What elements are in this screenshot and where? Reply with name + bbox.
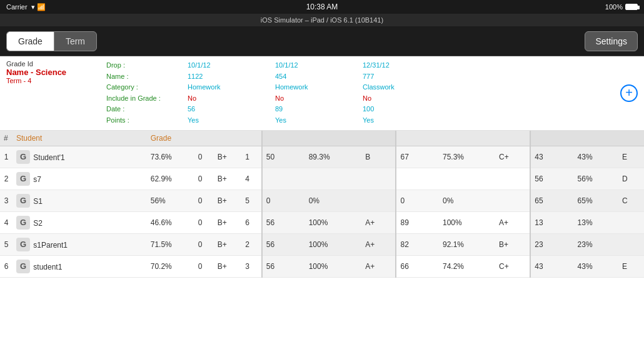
table-row[interactable]: 5 G s1Parent1 71.5% 0 B+ 2 56 100% A+ 82… bbox=[0, 233, 644, 255]
col-header-grade: Grade bbox=[147, 131, 262, 146]
cell-a3-grade: C bbox=[618, 190, 644, 211]
cell-a3-grade: D bbox=[618, 168, 644, 190]
col3-dateval: 100 bbox=[363, 104, 450, 115]
drop-section: Drop : Name : Category : Include in Grad… bbox=[106, 60, 188, 126]
cell-overall-score: 0 bbox=[194, 168, 214, 190]
cell-a2-score bbox=[396, 168, 439, 190]
tab-grade[interactable]: Grade bbox=[6, 31, 54, 51]
col1-name: 1122 bbox=[188, 71, 275, 83]
cell-overall-grade: B+ bbox=[214, 233, 242, 255]
drop-label: Drop : bbox=[106, 61, 125, 69]
cell-a3-pct: 13% bbox=[574, 211, 618, 233]
name-label: Name : bbox=[106, 73, 128, 80]
cell-a2-score: 66 bbox=[396, 255, 439, 277]
cell-a2-grade bbox=[495, 190, 530, 211]
col1-include: No bbox=[188, 93, 275, 104]
cell-overall-pct: 62.9% bbox=[147, 168, 194, 190]
cell-a1-pct: 100% bbox=[305, 211, 362, 233]
cell-a2-score: 89 bbox=[396, 211, 439, 233]
cell-overall-rank: 1 bbox=[241, 146, 262, 168]
table-row[interactable]: 1 G Student'1 73.6% 0 B+ 1 50 89.3% B 67… bbox=[0, 146, 644, 168]
cell-num: 6 bbox=[0, 255, 13, 277]
col2-date: 10/1/12 bbox=[275, 60, 363, 71]
student-name: s7 bbox=[33, 175, 41, 183]
col3-points: Yes bbox=[363, 115, 450, 126]
cell-a2-pct: 92.1% bbox=[439, 233, 495, 255]
cell-a3-score: 13 bbox=[530, 211, 573, 233]
col1-dateval: 56 bbox=[188, 104, 275, 115]
time-display: 10:38 AM bbox=[306, 3, 338, 11]
col3-category: Classwork bbox=[363, 82, 450, 93]
student-icon: G bbox=[16, 150, 30, 164]
col-header-student: Student bbox=[13, 131, 147, 146]
cell-a1-pct bbox=[305, 168, 362, 190]
col1-points: Yes bbox=[188, 115, 275, 126]
settings-button[interactable]: Settings bbox=[585, 31, 638, 51]
grade-id-label: Grade Id bbox=[6, 60, 106, 68]
grade-id-section: Grade Id Name - Science Term - 4 bbox=[6, 60, 106, 126]
cell-a2-pct bbox=[439, 168, 495, 190]
cell-a2-grade: C+ bbox=[495, 146, 530, 168]
category-label: Category : bbox=[106, 83, 138, 91]
cell-overall-grade: B+ bbox=[214, 168, 242, 190]
cell-overall-rank: 2 bbox=[241, 233, 262, 255]
cell-num: 4 bbox=[0, 211, 13, 233]
grade-term: Term - 4 bbox=[6, 77, 106, 84]
student-icon: G bbox=[16, 260, 30, 273]
cell-num: 2 bbox=[0, 168, 13, 190]
cell-overall-grade: B+ bbox=[214, 146, 242, 168]
cell-a3-score: 56 bbox=[530, 168, 573, 190]
student-icon: G bbox=[16, 194, 30, 208]
col-header-a1 bbox=[262, 131, 396, 146]
cell-overall-pct: 73.6% bbox=[147, 146, 194, 168]
cell-num: 1 bbox=[0, 146, 13, 168]
cell-a3-score: 43 bbox=[530, 146, 573, 168]
cell-overall-score: 0 bbox=[194, 146, 214, 168]
tab-term[interactable]: Term bbox=[54, 31, 97, 51]
col3-name: 777 bbox=[363, 71, 450, 83]
battery-icon bbox=[625, 4, 638, 10]
cell-a1-pct: 89.3% bbox=[305, 146, 362, 168]
cell-overall-pct: 70.2% bbox=[147, 255, 194, 277]
cell-a3-pct: 43% bbox=[574, 146, 618, 168]
student-icon: G bbox=[16, 216, 30, 230]
grade-name: Name - Science bbox=[6, 68, 106, 77]
student-icon: G bbox=[16, 172, 30, 186]
cell-a3-grade bbox=[618, 211, 644, 233]
cell-num: 3 bbox=[0, 190, 13, 211]
cell-a3-score: 43 bbox=[530, 255, 573, 277]
cell-a1-grade: A+ bbox=[361, 211, 396, 233]
include-label: Include in Grade : bbox=[106, 94, 161, 102]
table-row[interactable]: 4 G S2 46.6% 0 B+ 6 56 100% A+ 89 100% A… bbox=[0, 211, 644, 233]
add-assignment-button[interactable]: + bbox=[620, 84, 638, 102]
cell-student: G S1 bbox=[13, 190, 147, 211]
cell-overall-pct: 56% bbox=[147, 190, 194, 211]
cell-overall-grade: B+ bbox=[214, 211, 242, 233]
cell-a2-score: 82 bbox=[396, 233, 439, 255]
table-row[interactable]: 6 G student1 70.2% 0 B+ 3 56 100% A+ 66 … bbox=[0, 255, 644, 277]
col-header-a2 bbox=[396, 131, 530, 146]
cell-a1-grade: A+ bbox=[361, 233, 396, 255]
cell-overall-rank: 4 bbox=[241, 168, 262, 190]
cell-overall-pct: 46.6% bbox=[147, 211, 194, 233]
student-name: S2 bbox=[33, 218, 43, 227]
table-header-row: # Student Grade bbox=[0, 131, 644, 146]
col3-include: No bbox=[363, 93, 450, 104]
cell-overall-score: 0 bbox=[194, 211, 214, 233]
cell-student: G Student'1 bbox=[13, 146, 147, 168]
table-row[interactable]: 2 G s7 62.9% 0 B+ 4 56 56% D bbox=[0, 168, 644, 190]
cell-a2-pct: 100% bbox=[439, 211, 495, 233]
cell-a3-pct: 56% bbox=[574, 168, 618, 190]
cell-a2-grade bbox=[495, 168, 530, 190]
cell-a2-score: 0 bbox=[396, 190, 439, 211]
cell-overall-grade: B+ bbox=[214, 190, 242, 211]
carrier-label: Carrier ▾ 📶 bbox=[6, 3, 46, 11]
cell-overall-rank: 5 bbox=[241, 190, 262, 211]
student-icon: G bbox=[16, 238, 30, 251]
cell-a1-grade bbox=[361, 190, 396, 211]
col3-date: 12/31/12 bbox=[363, 60, 450, 71]
table-row[interactable]: 3 G S1 56% 0 B+ 5 0 0% 0 0% 65 65% C bbox=[0, 190, 644, 211]
cell-overall-grade: B+ bbox=[214, 255, 242, 277]
cell-a1-grade bbox=[361, 168, 396, 190]
cell-a1-pct: 100% bbox=[305, 233, 362, 255]
